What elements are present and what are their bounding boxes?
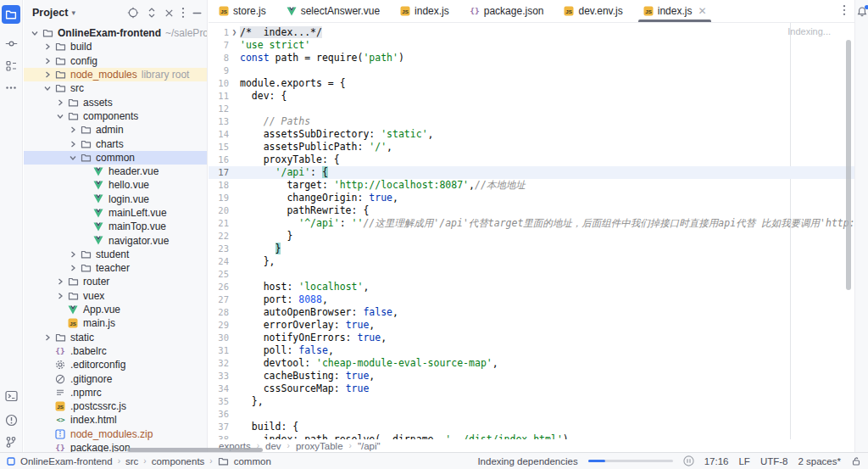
code-line[interactable]: 24 }, <box>209 255 854 268</box>
chevron-right-icon[interactable] <box>54 277 66 286</box>
cursor-position[interactable]: 17:16 <box>704 456 729 466</box>
pause-icon[interactable] <box>683 455 694 466</box>
code-line[interactable]: 27 port: 8088, <box>209 293 854 306</box>
tree-item-teacher[interactable]: teacher <box>24 261 207 275</box>
indexing-status-label[interactable]: Indexing dependencies <box>477 456 577 466</box>
line-separator[interactable]: LF <box>738 456 749 466</box>
tab-dev.env.js[interactable]: JSdev.env.js <box>554 0 632 22</box>
tree-item-OnlineExam-frontend[interactable]: OnlineExam-frontend~/saleProject/在线 <box>24 26 207 40</box>
code-line[interactable]: 22 } <box>209 230 854 243</box>
code-line[interactable]: 7'use strict' <box>209 39 854 52</box>
code-line[interactable]: 20 pathRewrite: { <box>209 204 854 217</box>
code-line[interactable]: 16 proxyTable: { <box>209 154 854 166</box>
chevron-right-icon[interactable] <box>67 250 79 259</box>
code-line[interactable]: 17 '/api': { <box>209 166 854 179</box>
breadcrumb-dev[interactable]: dev <box>265 441 281 451</box>
services-icon[interactable] <box>2 433 20 451</box>
structure-icon[interactable] <box>2 56 20 75</box>
code-line[interactable]: 29 errorOverlay: true, <box>209 319 854 332</box>
tree-item-components[interactable]: components <box>24 109 207 123</box>
tab-index.js[interactable]: JSindex.js✕ <box>633 0 717 22</box>
nav-item-components[interactable]: components <box>152 456 205 466</box>
code-line[interactable]: 21 '^/api': ''//这里理解成用'/api'代替target里面的地… <box>209 217 854 230</box>
chevron-down-icon[interactable] <box>29 29 41 37</box>
indent-style[interactable]: 2 spaces* <box>798 456 841 466</box>
chevron-right-icon[interactable] <box>67 140 79 148</box>
tree-item-vuex[interactable]: vuex <box>24 289 207 303</box>
horizontal-scrollbar[interactable] <box>127 448 263 452</box>
code-line[interactable]: 35 }, <box>209 395 854 408</box>
tree-item-build[interactable]: build <box>24 40 207 53</box>
project-icon[interactable] <box>2 5 20 24</box>
code-line[interactable]: 36 <box>209 408 854 421</box>
chevron-right-icon[interactable] <box>42 57 53 65</box>
hide-icon[interactable] <box>192 12 202 14</box>
chevron-right-icon[interactable] <box>54 98 66 107</box>
problems-icon[interactable] <box>2 410 20 429</box>
breadcrumb-/api[interactable]: "/api" <box>358 441 381 451</box>
project-panel-title[interactable]: Project <box>32 7 68 19</box>
tree-item-src[interactable]: src <box>24 81 207 95</box>
collapse-all-icon[interactable] <box>164 8 174 18</box>
terminal-icon[interactable] <box>2 387 20 405</box>
locate-icon[interactable] <box>127 7 139 19</box>
tree-item-main.js[interactable]: JSmain.js <box>24 316 207 330</box>
code-line[interactable]: 33 cacheBusting: true, <box>209 370 854 382</box>
code-line[interactable]: 19 changeOrigin: true, <box>209 192 854 204</box>
code-line[interactable]: 30 notifyOnErrors: true, <box>209 332 854 344</box>
tree-item-.postcssrc.js[interactable]: JS.postcssrc.js <box>24 399 207 413</box>
tree-item-mainTop.vue[interactable]: mainTop.vue <box>24 220 207 233</box>
commit-icon[interactable] <box>2 34 20 53</box>
code-line[interactable]: 9 <box>209 64 854 77</box>
code-line[interactable]: 32 devtool: 'cheap-module-eval-source-ma… <box>209 357 854 370</box>
code-line[interactable]: 18 target: 'http://localhost:8087',//本地地… <box>209 179 854 192</box>
chevron-down-icon[interactable] <box>54 112 66 120</box>
code-line[interactable]: 23 } <box>209 243 854 255</box>
tree-item-index.html[interactable]: <>index.html <box>24 413 207 427</box>
tree-item-.gitignore[interactable]: .gitignore <box>24 371 207 385</box>
chevron-right-icon[interactable] <box>67 126 79 134</box>
chevron-down-icon[interactable] <box>42 84 53 92</box>
code-line[interactable]: 14 assetsSubDirectory: 'static', <box>209 128 854 141</box>
tree-item-charts[interactable]: charts <box>24 137 207 150</box>
tree-item-header.vue[interactable]: header.vue <box>24 165 207 178</box>
code-line[interactable]: 10module.exports = { <box>209 77 854 90</box>
tree-item-assets[interactable]: assets <box>24 95 207 109</box>
code-line[interactable]: 11 dev: { <box>209 90 854 103</box>
more-tools-icon[interactable] <box>2 78 20 97</box>
kebab-icon[interactable] <box>181 7 185 19</box>
tree-item-.npmrc[interactable]: .npmrc <box>24 386 207 399</box>
tree-item-router[interactable]: router <box>24 275 207 288</box>
tab-index.js[interactable]: JSindex.js <box>390 0 459 22</box>
code-line[interactable]: 1❯/* index...*/ <box>209 26 854 39</box>
nav-item-common[interactable]: common <box>234 456 271 466</box>
tab-selectAnswer.vue[interactable]: selectAnswer.vue <box>276 0 390 22</box>
tree-item-node_modules[interactable]: node_moduleslibrary root <box>24 68 207 81</box>
code-line[interactable]: 8const path = require('path') <box>209 52 854 64</box>
nav-item-OnlineExam-frontend[interactable]: OnlineExam-frontend <box>20 456 113 466</box>
tree-item-static[interactable]: static <box>24 331 207 344</box>
tree-item-App.vue[interactable]: App.vue <box>24 303 207 316</box>
chevron-right-icon[interactable] <box>54 292 66 300</box>
tree-item-config[interactable]: config <box>24 54 207 68</box>
vertical-scrollbar[interactable] <box>846 40 851 290</box>
tree-item-mainLeft.vue[interactable]: mainLeft.vue <box>24 206 207 220</box>
code-line[interactable]: 38 index: path.resolve(__dirname, '../di… <box>209 433 854 439</box>
chevron-down-icon[interactable] <box>67 154 79 162</box>
tree-item-.babelrc[interactable]: {}.babelrc <box>24 344 207 358</box>
code-line[interactable]: 34 cssSourceMap: true <box>209 382 854 395</box>
code-line[interactable]: 28 autoOpenBrowser: false, <box>209 306 854 319</box>
tree-item-navigator.vue[interactable]: navigator.vue <box>24 233 207 247</box>
code-line[interactable]: 15 assetsPublicPath: '/', <box>209 141 854 154</box>
breadcrumb-proxyTable[interactable]: proxyTable <box>296 441 343 451</box>
tree-item-student[interactable]: student <box>24 248 207 261</box>
close-icon[interactable]: ✕ <box>698 5 706 17</box>
file-encoding[interactable]: UTF-8 <box>760 456 788 466</box>
chevron-right-icon[interactable] <box>42 333 53 342</box>
tab-options-kebab-icon[interactable] <box>834 4 854 19</box>
code-line[interactable]: 37 build: { <box>209 421 854 433</box>
tab-store.js[interactable]: JSstore.js <box>209 0 276 22</box>
expand-icon[interactable] <box>147 7 157 19</box>
code-line[interactable]: 31 poll: false, <box>209 344 854 357</box>
chevron-right-icon[interactable] <box>42 42 53 51</box>
